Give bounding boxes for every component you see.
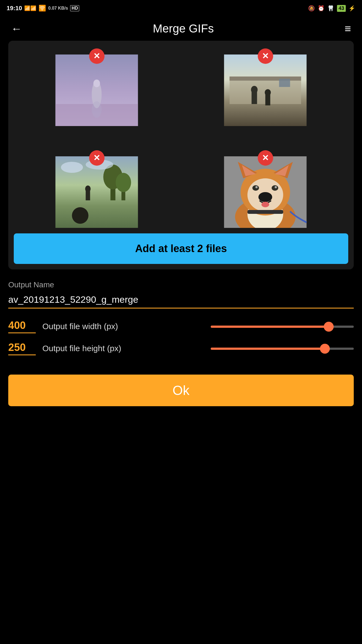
svg-point-9 [251, 86, 258, 94]
svg-point-33 [272, 185, 278, 191]
status-right: 🔕 ⏰ 🦷 43 ⚡ [308, 5, 355, 12]
width-value: 400 [8, 320, 36, 333]
svg-point-36 [259, 192, 272, 202]
ok-button[interactable]: Ok [8, 375, 354, 406]
svg-point-3 [94, 80, 100, 87]
back-button[interactable]: ← [11, 23, 22, 34]
hd-badge: HD [70, 5, 79, 11]
remove-btn-3[interactable]: ✕ [89, 150, 105, 166]
gif-image-4 [182, 156, 348, 228]
gif-cell-1: ✕ [14, 54, 180, 126]
svg-point-19 [85, 185, 91, 192]
media-grid: ✕ [14, 46, 348, 228]
svg-rect-38 [248, 210, 283, 214]
remove-btn-2[interactable]: ✕ [258, 48, 273, 64]
svg-point-4 [92, 101, 102, 118]
main-card: ✕ [8, 41, 354, 269]
height-slider-container [211, 346, 354, 351]
battery-indicator: 43 [337, 5, 346, 12]
height-label: Output file height (px) [42, 344, 204, 353]
gif-image-3 [14, 156, 180, 228]
remove-btn-4[interactable]: ✕ [258, 150, 273, 166]
svg-rect-12 [279, 79, 290, 87]
status-time: 19:10 [7, 5, 22, 12]
remove-btn-1[interactable]: ✕ [89, 48, 105, 64]
signal-icon: 📶📶 [24, 5, 36, 11]
svg-rect-7 [230, 77, 301, 81]
bluetooth-icon: 🦷 [327, 5, 334, 12]
svg-point-37 [262, 202, 269, 207]
width-slider[interactable] [211, 326, 354, 328]
status-left: 19:10 📶📶 🛜 0.07 KB/s HD [7, 5, 79, 12]
output-name-input[interactable] [8, 292, 354, 309]
svg-point-35 [275, 186, 277, 188]
gif-image-2 [182, 54, 348, 126]
output-settings: Output Name 400 Output file width (px) 2… [0, 269, 362, 369]
output-name-label: Output Name [8, 280, 354, 289]
gif-cell-4: ✕ [182, 156, 348, 228]
wifi-icon: 🛜 [39, 5, 46, 12]
mute-icon: 🔕 [308, 5, 315, 12]
top-nav: ← Merge GIFs ≡ [0, 17, 362, 41]
status-bar: 19:10 📶📶 🛜 0.07 KB/s HD 🔕 ⏰ 🦷 43 ⚡ [0, 0, 362, 17]
svg-point-17 [116, 173, 131, 192]
svg-point-34 [256, 186, 258, 188]
width-slider-container [211, 324, 354, 329]
svg-point-11 [265, 89, 271, 96]
width-label: Output file width (px) [42, 322, 204, 331]
height-slider[interactable] [211, 348, 354, 350]
gif-cell-3: ✕ [14, 156, 180, 228]
height-value: 250 [8, 342, 36, 355]
svg-point-32 [253, 185, 259, 191]
add-files-button[interactable]: Add at least 2 files [14, 233, 348, 264]
grid-spacer [14, 129, 348, 143]
height-slider-row: 250 Output file height (px) [8, 342, 354, 355]
battery-charge-icon: ⚡ [349, 5, 355, 12]
svg-point-21 [61, 162, 83, 173]
gif-cell-2: ✕ [182, 54, 348, 126]
speed-text: 0.07 KB/s [48, 6, 68, 11]
width-slider-row: 400 Output file width (px) [8, 320, 354, 333]
page-title: Merge GIFs [153, 22, 214, 35]
gif-image-1 [14, 54, 180, 126]
menu-button[interactable]: ≡ [345, 23, 351, 34]
svg-point-20 [72, 207, 89, 224]
alarm-icon: ⏰ [318, 5, 325, 12]
